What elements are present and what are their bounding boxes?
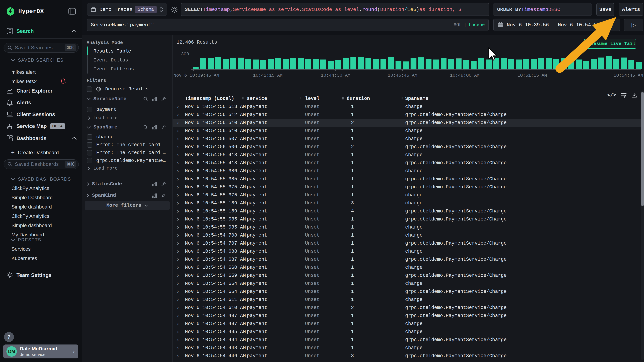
saved-dashboard-item[interactable]: ClickPy Analytics	[0, 184, 82, 193]
histogram-bar[interactable]	[373, 59, 379, 69]
row-expand-chevron[interactable]: ›	[173, 103, 185, 110]
histogram-bar[interactable]	[238, 58, 244, 69]
histogram-bar[interactable]	[606, 56, 612, 69]
more-filters-button[interactable]: More filters	[85, 201, 170, 210]
histogram-bar[interactable]	[463, 60, 469, 69]
drag-handle-icon[interactable]	[300, 97, 302, 100]
column-header-duration[interactable]: duration	[347, 96, 405, 101]
histogram-bar[interactable]	[290, 58, 296, 69]
row-expand-chevron[interactable]: ›	[173, 313, 185, 319]
histogram-bar[interactable]	[561, 58, 567, 69]
table-row[interactable]: ›Nov 6 10:54:54.659 AMpaymentUnset1grpc.…	[173, 271, 641, 279]
query-search-input[interactable]: ServiceName:"payment" SQL | Lucene	[87, 18, 488, 31]
row-expand-chevron[interactable]: ›	[173, 288, 185, 295]
filter-value-spanname[interactable]: Error: The credit card …	[87, 150, 166, 156]
sidebar-item-service-map[interactable]: Service Map BETA	[0, 122, 82, 131]
source-select[interactable]: Demo Traces Schema	[87, 3, 167, 16]
histogram-bar[interactable]	[568, 57, 574, 69]
checkbox[interactable]	[87, 150, 92, 156]
histogram-bar[interactable]	[410, 58, 416, 69]
histogram-bar[interactable]	[230, 58, 236, 69]
source-settings-gear-icon[interactable]	[171, 6, 178, 13]
drag-handle-icon[interactable]	[342, 97, 344, 100]
row-expand-chevron[interactable]: ›	[173, 321, 185, 327]
table-row[interactable]: ›Nov 6 10:54:54.408 AMpaymentUnset2grpc.…	[173, 360, 641, 362]
row-expand-chevron[interactable]: ›	[173, 337, 185, 343]
histogram-bar[interactable]	[358, 57, 364, 69]
table-row[interactable]: ›Nov 6 10:54:55.386 AMpaymentUnset1charg…	[173, 167, 641, 175]
search-icon[interactable]	[143, 96, 148, 102]
table-row[interactable]: ›Nov 6 10:54:55.189 AMpaymentUnset4grpc.…	[173, 207, 641, 215]
histogram-bar[interactable]	[591, 59, 597, 69]
table-row[interactable]: ›Nov 6 10:54:54.494 AMpaymentUnset1grpc.…	[173, 336, 641, 344]
row-expand-chevron[interactable]: ›	[173, 248, 185, 254]
histogram-bar[interactable]	[471, 61, 476, 69]
filter-value-servicename[interactable]: payment	[87, 107, 116, 112]
sidebar-item-alerts[interactable]: Alerts	[0, 98, 82, 107]
row-expand-chevron[interactable]: ›	[173, 305, 185, 311]
row-expand-chevron[interactable]: ›	[173, 232, 185, 238]
table-row[interactable]: ›Nov 6 10:54:55.413 AMpaymentUnset1charg…	[173, 151, 641, 159]
checkbox[interactable]	[87, 158, 92, 163]
mode-event-deltas[interactable]: Event Deltas	[94, 58, 128, 63]
checkbox[interactable]	[87, 107, 92, 112]
column-header-level[interactable]: level	[305, 96, 347, 101]
histogram-bar[interactable]	[516, 59, 522, 69]
row-expand-chevron[interactable]: ›	[173, 144, 185, 150]
saved-searches-input[interactable]: Saved Searches ⌘K	[4, 43, 79, 52]
histogram-bar[interactable]	[621, 57, 627, 69]
checkbox[interactable]	[86, 86, 92, 92]
table-row[interactable]: ›Nov 6 10:54:55.375 AMpaymentUnset1grpc.…	[173, 183, 641, 191]
row-expand-chevron[interactable]: ›	[173, 272, 185, 279]
table-row[interactable]: ›Nov 6 10:54:54.497 AMpaymentUnset1charg…	[173, 320, 641, 328]
resume-live-tail-button[interactable]: Resume Live Tail	[584, 39, 636, 49]
table-row[interactable]: ›Nov 6 10:54:54.610 AMpaymentUnset2grpc.…	[173, 304, 641, 312]
histogram-bar[interactable]	[388, 57, 394, 69]
pin-icon[interactable]	[161, 193, 166, 198]
alerts-button[interactable]: Alerts	[619, 3, 643, 16]
row-expand-chevron[interactable]: ›	[173, 256, 185, 262]
filter-group-spanname[interactable]: SpanName	[86, 125, 168, 130]
sidebar-item-chart-explorer[interactable]: Chart Explorer	[0, 86, 82, 95]
filter-group-servicename[interactable]: ServiceName	[86, 96, 168, 102]
saved-dashboards-section[interactable]: SAVED DASHBOARDS	[11, 177, 71, 182]
table-row[interactable]: ›Nov 6 10:54:54.688 AMpaymentUnset1charg…	[173, 247, 641, 255]
table-row[interactable]: ›Nov 6 10:54:54.660 AMpaymentUnset1charg…	[173, 263, 641, 271]
scrollbar-thumb[interactable]	[641, 92, 644, 206]
row-expand-chevron[interactable]: ›	[173, 168, 185, 174]
row-expand-chevron[interactable]: ›	[173, 112, 185, 118]
histogram-bar[interactable]	[260, 60, 266, 69]
row-expand-chevron[interactable]: ›	[173, 280, 185, 287]
drag-handle-icon[interactable]	[242, 97, 244, 100]
row-expand-chevron[interactable]: ›	[173, 184, 185, 190]
histogram-bar[interactable]	[343, 58, 349, 69]
app-logo[interactable]: HyperDX	[6, 7, 44, 16]
sidebar-item-client-sessions[interactable]: Client Sessions	[0, 110, 82, 119]
histogram-bar[interactable]	[598, 57, 604, 69]
saved-dashboard-item[interactable]: Simple Dashboard	[0, 193, 82, 202]
row-expand-chevron[interactable]: ›	[173, 353, 185, 359]
row-expand-chevron[interactable]: ›	[173, 361, 185, 362]
histogram-bar[interactable]	[508, 59, 514, 69]
table-row[interactable]: ›Nov 6 10:54:54.611 AMpaymentUnset1charg…	[173, 296, 641, 304]
create-dashboard-button[interactable]: + Create Dashboard	[11, 149, 59, 156]
table-row[interactable]: ›Nov 6 10:54:56.512 AMpaymentUnset1grpc.…	[173, 111, 641, 119]
table-row[interactable]: ›Nov 6 10:54:55.375 AMpaymentUnset1charg…	[173, 191, 641, 199]
histogram-bar[interactable]	[320, 59, 326, 69]
histogram-bar[interactable]	[478, 58, 484, 69]
run-query-button[interactable]: ▷	[624, 18, 643, 31]
column-header-service[interactable]: service	[247, 96, 305, 101]
order-by-input[interactable]: ORDER BY Timestamp DESC	[493, 3, 592, 16]
sidebar-item-dashboards[interactable]: Dashboards	[0, 134, 82, 143]
histogram-bar[interactable]	[283, 59, 289, 69]
histogram-bar[interactable]	[350, 57, 356, 69]
table-row[interactable]: ›Nov 6 10:54:56.506 AMpaymentUnset2grpc.…	[173, 143, 641, 151]
histogram-bar[interactable]	[215, 57, 221, 69]
row-expand-chevron[interactable]: ›	[173, 208, 185, 214]
sql-select-input[interactable]: SELECT Timestamp, ServiceName as service…	[181, 3, 489, 16]
histogram-bar[interactable]	[486, 59, 492, 69]
histogram-bar[interactable]	[223, 59, 228, 69]
preset-item[interactable]: Kubernetes	[0, 254, 82, 263]
filter-group-spankind[interactable]: SpanKind	[86, 193, 168, 198]
presets-section[interactable]: PRESETS	[11, 237, 41, 242]
